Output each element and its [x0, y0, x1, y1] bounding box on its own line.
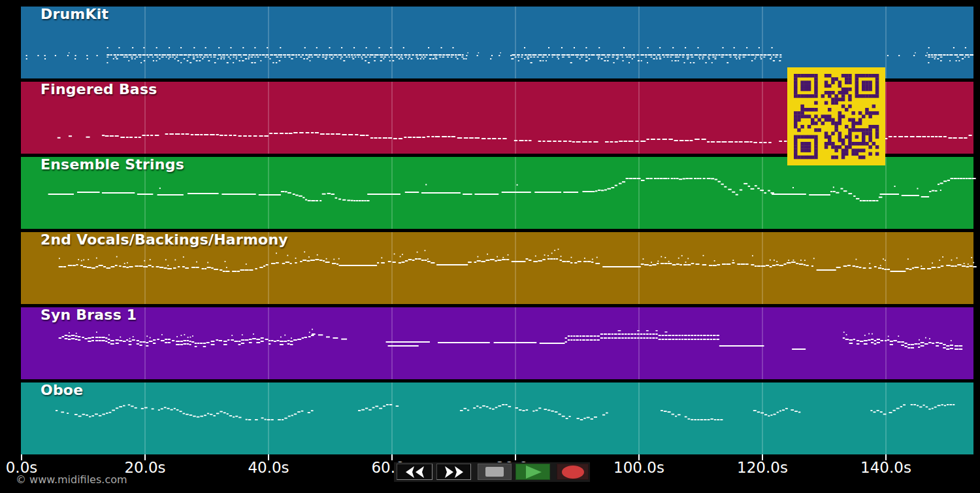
midi-visualization: DrumKit Fingered Bass Ensemble Strings 2… [0, 0, 980, 493]
axis-tick-label: 20.0s [124, 459, 165, 476]
track-label: 2nd Vocals/Backings/Harmony [41, 231, 288, 248]
track-band-ensemble-strings: Ensemble Strings [21, 157, 973, 229]
play-button[interactable] [515, 464, 550, 480]
stop-icon [485, 467, 504, 477]
track-label: Ensemble Strings [41, 156, 184, 173]
record-icon [562, 466, 584, 479]
track-band-vocals: 2nd Vocals/Backings/Harmony [21, 232, 973, 304]
stop-button[interactable] [478, 464, 512, 480]
rewind-icon [403, 464, 427, 480]
rewind-button[interactable] [397, 464, 433, 480]
track-label: DrumKit [41, 6, 108, 22]
track-label: Syn Brass 1 [41, 307, 137, 323]
track-label: Oboe [41, 382, 83, 398]
track-band-oboe: Oboe [21, 382, 973, 454]
copyright-text: © www.midifiles.com [16, 473, 127, 486]
track-band-syn-brass: Syn Brass 1 [21, 307, 973, 379]
track-label: Fingered Bass [41, 81, 157, 97]
fast-forward-icon [442, 464, 466, 480]
record-button[interactable] [557, 464, 589, 480]
axis-tick-label: 140.0s [860, 459, 911, 476]
axis-tick-label: 100.0s [613, 459, 664, 476]
transport-bar [394, 462, 590, 482]
axis-tick-label: 120.0s [737, 459, 788, 476]
play-icon [523, 465, 543, 479]
axis-tick-label: 40.0s [248, 459, 289, 476]
qr-code [787, 67, 885, 165]
fast-forward-button[interactable] [436, 464, 471, 480]
